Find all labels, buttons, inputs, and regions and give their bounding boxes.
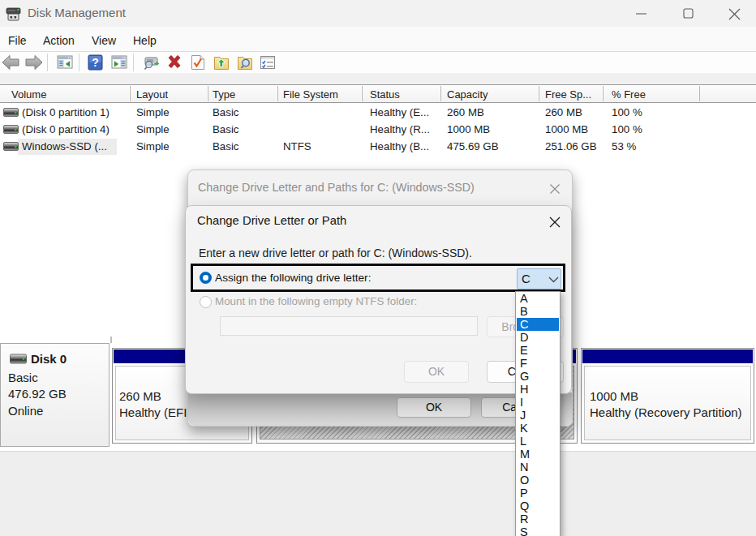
svg-text:?: ? bbox=[92, 56, 99, 69]
